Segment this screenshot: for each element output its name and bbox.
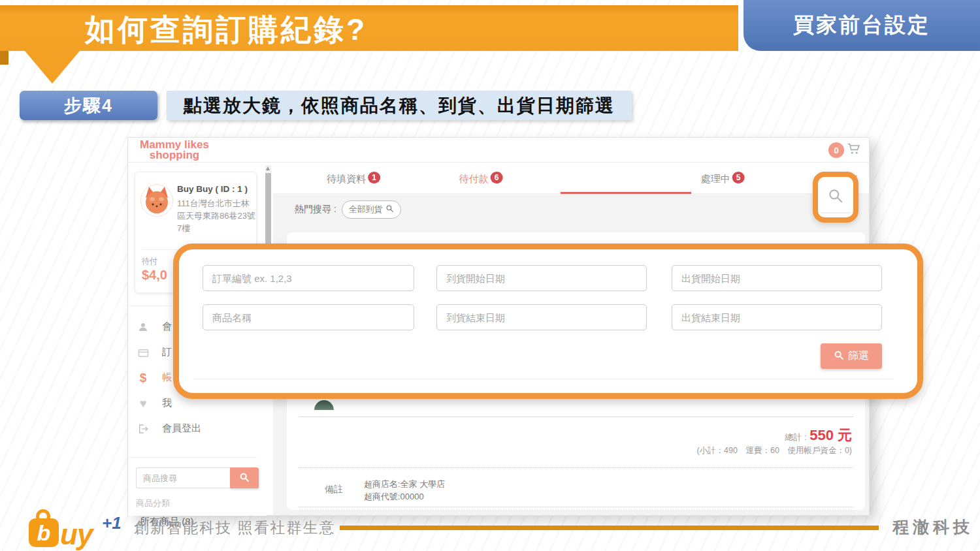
- page-title: 如何查詢訂購紀錄?: [85, 10, 367, 50]
- sidebar-item-logout[interactable]: 會員登出: [128, 420, 267, 440]
- header-banner: 如何查詢訂購紀錄?: [0, 5, 738, 51]
- tab-fill-info[interactable]: 待填資料 1: [327, 173, 380, 185]
- sidebar-item-label: 會員登出: [162, 422, 201, 435]
- footer-orange-bar: [340, 526, 879, 530]
- store-brand-line2: shopping: [140, 150, 209, 161]
- tab-count-badge: 5: [732, 172, 745, 183]
- page: 如何查詢訂購紀錄? 買家前台設定 步驟4 點選放大鏡，依照商品名稱、到貨、出貨日…: [0, 0, 980, 551]
- footer-tagline: 創新智能科技 照看社群生意: [134, 518, 335, 538]
- order-note-label: 備註: [325, 484, 343, 496]
- cart-count-badge: 0: [828, 142, 844, 158]
- fox-avatar-icon: [141, 185, 172, 216]
- card-icon: [136, 345, 150, 360]
- product-search: [136, 467, 259, 488]
- arrival-start-date-input[interactable]: [436, 265, 647, 291]
- button-bottom-edge: [821, 212, 851, 213]
- tab-label: 待付款: [459, 173, 489, 185]
- dotted-divider: [299, 467, 853, 468]
- section-label-box: 買家前台設定: [743, 0, 980, 51]
- sidebar-item-label: 會: [162, 321, 173, 333]
- step-badge: 步驟4: [20, 91, 157, 120]
- hot-search-button[interactable]: 全部到貨: [342, 200, 401, 219]
- bag-icon: b: [29, 518, 59, 547]
- order-note: 超商店名:全家 大學店 超商代號:00000: [364, 478, 445, 503]
- filter-submit-label: 篩選: [848, 349, 869, 363]
- cart-icon[interactable]: [847, 142, 861, 159]
- tab-count-badge: 6: [491, 172, 503, 183]
- category-heading: 商品分類: [136, 497, 170, 509]
- order-total: 總計 : 550 元: [785, 426, 852, 445]
- buyplus1-logo: b uy +1: [29, 508, 127, 548]
- banner-fold: [0, 51, 8, 65]
- active-tab-underline: [561, 192, 691, 194]
- sidebar-item-label: 帳: [162, 371, 173, 384]
- order-note-line2: 超商代號:00000: [364, 490, 445, 503]
- app-topbar: Mammy likes shopping 0: [128, 138, 869, 163]
- sidebar-item-label: 訂: [162, 346, 173, 358]
- divider: [299, 417, 853, 417]
- pending-payment-label: 待付: [142, 256, 157, 267]
- search-icon: [239, 472, 250, 484]
- filter-panel-highlight: 篩選: [173, 244, 923, 399]
- profile-address: 111台灣台北市士林 區天母東路86巷23號 7樓: [177, 197, 262, 234]
- logout-icon: [136, 422, 150, 436]
- search-icon: [834, 350, 844, 363]
- logo-plus-one: +1: [102, 513, 122, 533]
- hot-search-row: 熱門搜尋 : 全部到貨: [295, 200, 401, 219]
- footer-company: 程澈科技: [892, 516, 973, 538]
- profile-address-line2: 區天母東路86巷23號: [177, 210, 262, 222]
- order-tabbar: 待填資料 1 待付款 6 處理中 5 所有訂單: [273, 166, 869, 194]
- product-name-input[interactable]: [203, 304, 414, 330]
- tab-processing[interactable]: 處理中 5: [701, 173, 745, 185]
- tab-count-badge: 1: [368, 172, 380, 183]
- search-icon: [385, 204, 394, 215]
- filter-footer-line: [193, 379, 894, 379]
- search-icon: [827, 187, 844, 207]
- product-search-button[interactable]: [230, 467, 259, 488]
- banner-pointer: [25, 51, 80, 84]
- heart-icon: ♥: [136, 396, 150, 411]
- ship-end-date-input[interactable]: [672, 304, 882, 330]
- arrival-end-date-input[interactable]: [436, 304, 647, 330]
- sidebar-divider: [128, 457, 257, 458]
- order-number-input[interactable]: [203, 265, 414, 291]
- order-filter-search-button[interactable]: [813, 172, 858, 223]
- dotted-divider: [299, 507, 853, 507]
- cart-widget[interactable]: 0: [828, 142, 861, 159]
- dollar-icon: $: [136, 371, 150, 385]
- section-label: 買家前台設定: [793, 11, 930, 40]
- order-total-label: 總計 :: [785, 432, 806, 442]
- product-search-input[interactable]: [136, 467, 230, 488]
- store-brand: Mammy likes shopping: [140, 140, 209, 161]
- tab-pending-payment[interactable]: 待付款 6: [459, 173, 503, 185]
- order-breakdown: (小計：490 運費：60 使用帳戶資金：0): [696, 445, 852, 456]
- profile-address-line1: 111台灣台北市士林: [177, 197, 262, 210]
- step-instruction: 點選放大鏡，依照商品名稱、到貨、出貨日期篩選: [167, 91, 632, 120]
- filter-submit-button[interactable]: 篩選: [821, 343, 882, 369]
- scrollbar-up-arrow[interactable]: [266, 166, 270, 170]
- logo-text: uy: [60, 518, 92, 551]
- product-image-partial: [314, 400, 334, 410]
- tab-label: 待填資料: [327, 173, 366, 185]
- sidebar-item-label: 我: [162, 397, 173, 409]
- hot-search-label: 熱門搜尋 :: [295, 204, 336, 215]
- person-icon: [136, 320, 150, 334]
- ship-start-date-input[interactable]: [672, 265, 882, 291]
- order-note-line1: 超商店名:全家 大學店: [364, 478, 445, 490]
- order-total-value: 550 元: [809, 427, 852, 443]
- tab-label: 處理中: [701, 173, 730, 185]
- profile-name: Buy Buy ( ID : 1 ): [177, 184, 248, 194]
- avatar: [140, 184, 173, 217]
- profile-address-line3: 7樓: [177, 222, 262, 234]
- hot-search-button-label: 全部到貨: [349, 204, 383, 215]
- pending-payment-amount: $4,0: [142, 268, 167, 283]
